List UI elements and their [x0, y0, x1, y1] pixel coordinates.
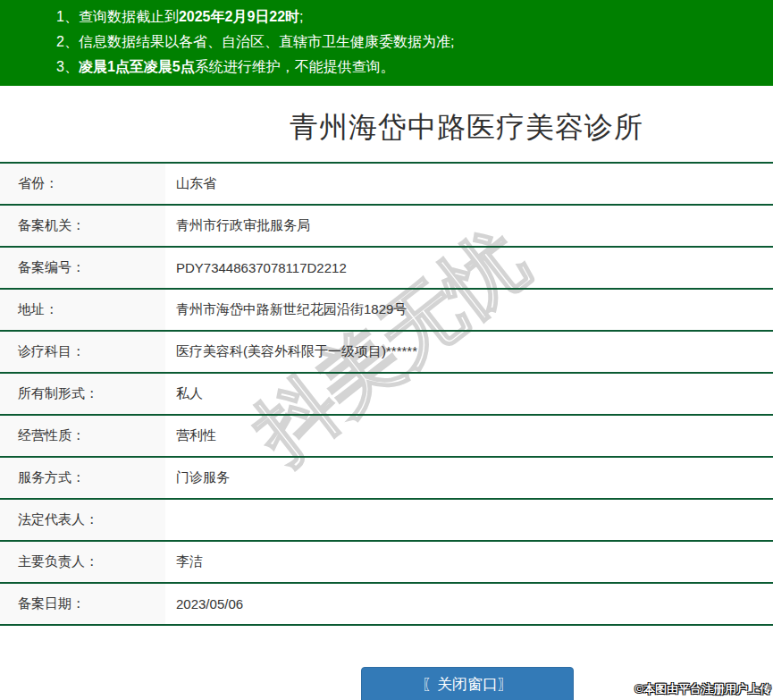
notice-3-num: 3、	[56, 59, 79, 74]
notice-1-bold: 2025年2月9日22时	[179, 9, 299, 24]
row-value: 医疗美容科(美容外科限于一级项目)******	[165, 331, 773, 373]
table-row-province: 省份： 山东省	[0, 163, 773, 205]
row-value: 私人	[165, 373, 773, 415]
row-label: 省份：	[0, 163, 165, 205]
table-row-filing-authority: 备案机关： 青州市行政审批服务局	[0, 205, 773, 247]
notice-1-pre: 查询数据截止到	[79, 9, 179, 24]
row-label: 备案机关：	[0, 205, 165, 247]
row-value: PDY73448637078117D2212	[165, 247, 773, 289]
row-value: 李洁	[165, 541, 773, 583]
table-row-operating-nature: 经营性质： 营利性	[0, 415, 773, 457]
row-label: 备案日期：	[0, 583, 165, 625]
table-row-main-person-in-charge: 主要负责人： 李洁	[0, 541, 773, 583]
table-row-address: 地址： 青州市海岱中路新世纪花园沿街1829号	[0, 289, 773, 331]
row-value: 青州市行政审批服务局	[165, 205, 773, 247]
row-value: 营利性	[165, 415, 773, 457]
table-row-filing-date: 备案日期： 2023/05/06	[0, 583, 773, 625]
row-label: 诊疗科目：	[0, 331, 165, 373]
row-label: 法定代表人：	[0, 499, 165, 541]
row-label: 备案编号：	[0, 247, 165, 289]
notice-line-2: 2、信息数据结果以各省、自治区、直辖市卫生健康委数据为准;	[56, 30, 773, 55]
notice-3-bold: 凌晨1点至凌晨5点	[79, 59, 195, 74]
notice-bar: 1、查询数据截止到2025年2月9日22时; 2、信息数据结果以各省、自治区、直…	[0, 0, 773, 86]
notice-3-post: 系统进行维护，不能提供查询。	[195, 59, 395, 74]
notice-2-num: 2、	[56, 34, 79, 49]
close-window-button[interactable]: 〖关闭窗口〗	[361, 667, 574, 700]
row-value: 青州市海岱中路新世纪花园沿街1829号	[165, 289, 773, 331]
copyright-overlay: ©本图由平台注册用户上传	[634, 681, 771, 697]
row-label: 地址：	[0, 289, 165, 331]
notice-1-num: 1、	[56, 9, 79, 24]
table-row-ownership: 所有制形式： 私人	[0, 373, 773, 415]
row-value	[165, 499, 773, 541]
notice-2-pre: 信息数据结果以各省、自治区、直辖市卫生健康委数据为准;	[79, 34, 454, 49]
notice-line-3: 3、凌晨1点至凌晨5点系统进行维护，不能提供查询。	[56, 55, 773, 80]
registration-info-table: 省份： 山东省 备案机关： 青州市行政审批服务局 备案编号： PDY734486…	[0, 162, 773, 626]
page-title: 青州海岱中路医疗美容诊所	[290, 108, 643, 148]
row-label: 所有制形式：	[0, 373, 165, 415]
table-row-filing-number: 备案编号： PDY73448637078117D2212	[0, 247, 773, 289]
row-label: 服务方式：	[0, 457, 165, 499]
table-row-treatment-subjects: 诊疗科目： 医疗美容科(美容外科限于一级项目)******	[0, 331, 773, 373]
notice-1-post: ;	[299, 9, 303, 24]
table-row-legal-representative: 法定代表人：	[0, 499, 773, 541]
row-label: 经营性质：	[0, 415, 165, 457]
row-label: 主要负责人：	[0, 541, 165, 583]
row-value: 2023/05/06	[165, 583, 773, 625]
table-row-service-mode: 服务方式： 门诊服务	[0, 457, 773, 499]
notice-line-1: 1、查询数据截止到2025年2月9日22时;	[56, 4, 773, 30]
row-value: 山东省	[165, 163, 773, 205]
row-value: 门诊服务	[165, 457, 773, 499]
